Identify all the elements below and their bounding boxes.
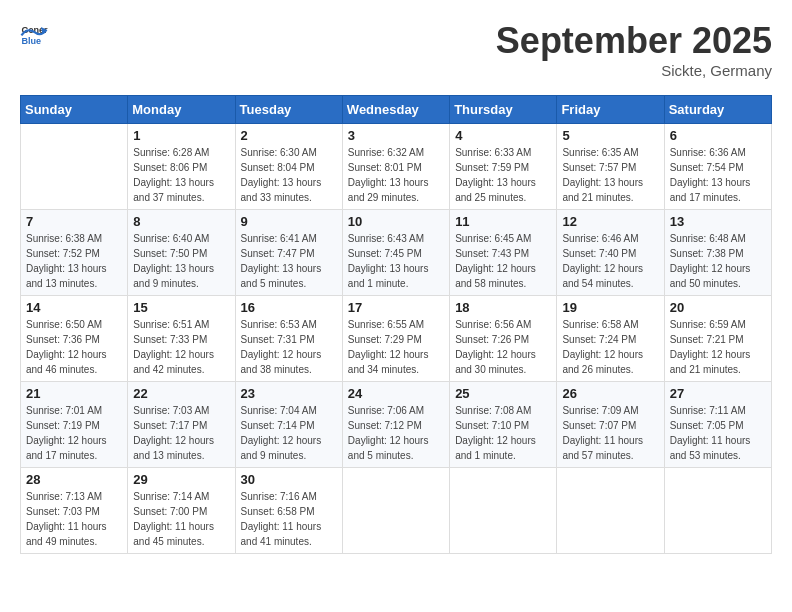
calendar-cell: 17Sunrise: 6:55 AMSunset: 7:29 PMDayligh… [342, 296, 449, 382]
calendar-cell: 24Sunrise: 7:06 AMSunset: 7:12 PMDayligh… [342, 382, 449, 468]
day-info: Sunrise: 6:45 AMSunset: 7:43 PMDaylight:… [455, 231, 551, 291]
day-info: Sunrise: 6:38 AMSunset: 7:52 PMDaylight:… [26, 231, 122, 291]
day-info: Sunrise: 6:30 AMSunset: 8:04 PMDaylight:… [241, 145, 337, 205]
day-info: Sunrise: 6:43 AMSunset: 7:45 PMDaylight:… [348, 231, 444, 291]
day-number: 12 [562, 214, 658, 229]
day-info: Sunrise: 6:56 AMSunset: 7:26 PMDaylight:… [455, 317, 551, 377]
day-number: 6 [670, 128, 766, 143]
day-info: Sunrise: 6:55 AMSunset: 7:29 PMDaylight:… [348, 317, 444, 377]
weekday-header-saturday: Saturday [664, 96, 771, 124]
day-number: 19 [562, 300, 658, 315]
calendar-cell: 9Sunrise: 6:41 AMSunset: 7:47 PMDaylight… [235, 210, 342, 296]
calendar-cell: 12Sunrise: 6:46 AMSunset: 7:40 PMDayligh… [557, 210, 664, 296]
day-info: Sunrise: 7:16 AMSunset: 6:58 PMDaylight:… [241, 489, 337, 549]
day-info: Sunrise: 6:35 AMSunset: 7:57 PMDaylight:… [562, 145, 658, 205]
calendar-cell: 19Sunrise: 6:58 AMSunset: 7:24 PMDayligh… [557, 296, 664, 382]
calendar-cell [342, 468, 449, 554]
weekday-header-sunday: Sunday [21, 96, 128, 124]
calendar-cell [21, 124, 128, 210]
calendar-table: SundayMondayTuesdayWednesdayThursdayFrid… [20, 95, 772, 554]
day-number: 9 [241, 214, 337, 229]
day-info: Sunrise: 6:53 AMSunset: 7:31 PMDaylight:… [241, 317, 337, 377]
svg-text:Blue: Blue [21, 36, 41, 46]
day-info: Sunrise: 6:40 AMSunset: 7:50 PMDaylight:… [133, 231, 229, 291]
weekday-header-row: SundayMondayTuesdayWednesdayThursdayFrid… [21, 96, 772, 124]
day-number: 27 [670, 386, 766, 401]
calendar-cell: 10Sunrise: 6:43 AMSunset: 7:45 PMDayligh… [342, 210, 449, 296]
week-row-1: 1Sunrise: 6:28 AMSunset: 8:06 PMDaylight… [21, 124, 772, 210]
calendar-cell: 30Sunrise: 7:16 AMSunset: 6:58 PMDayligh… [235, 468, 342, 554]
weekday-header-monday: Monday [128, 96, 235, 124]
calendar-cell: 27Sunrise: 7:11 AMSunset: 7:05 PMDayligh… [664, 382, 771, 468]
calendar-cell: 22Sunrise: 7:03 AMSunset: 7:17 PMDayligh… [128, 382, 235, 468]
day-number: 15 [133, 300, 229, 315]
calendar-cell: 3Sunrise: 6:32 AMSunset: 8:01 PMDaylight… [342, 124, 449, 210]
calendar-cell: 18Sunrise: 6:56 AMSunset: 7:26 PMDayligh… [450, 296, 557, 382]
week-row-3: 14Sunrise: 6:50 AMSunset: 7:36 PMDayligh… [21, 296, 772, 382]
week-row-4: 21Sunrise: 7:01 AMSunset: 7:19 PMDayligh… [21, 382, 772, 468]
calendar-cell [664, 468, 771, 554]
week-row-2: 7Sunrise: 6:38 AMSunset: 7:52 PMDaylight… [21, 210, 772, 296]
calendar-cell: 23Sunrise: 7:04 AMSunset: 7:14 PMDayligh… [235, 382, 342, 468]
day-number: 8 [133, 214, 229, 229]
weekday-header-thursday: Thursday [450, 96, 557, 124]
day-number: 13 [670, 214, 766, 229]
logo: General Blue [20, 20, 48, 48]
day-info: Sunrise: 6:28 AMSunset: 8:06 PMDaylight:… [133, 145, 229, 205]
day-number: 17 [348, 300, 444, 315]
day-number: 20 [670, 300, 766, 315]
day-info: Sunrise: 6:33 AMSunset: 7:59 PMDaylight:… [455, 145, 551, 205]
calendar-cell: 20Sunrise: 6:59 AMSunset: 7:21 PMDayligh… [664, 296, 771, 382]
day-info: Sunrise: 6:46 AMSunset: 7:40 PMDaylight:… [562, 231, 658, 291]
calendar-cell: 16Sunrise: 6:53 AMSunset: 7:31 PMDayligh… [235, 296, 342, 382]
calendar-cell: 4Sunrise: 6:33 AMSunset: 7:59 PMDaylight… [450, 124, 557, 210]
calendar-cell: 29Sunrise: 7:14 AMSunset: 7:00 PMDayligh… [128, 468, 235, 554]
day-info: Sunrise: 7:09 AMSunset: 7:07 PMDaylight:… [562, 403, 658, 463]
day-number: 5 [562, 128, 658, 143]
day-info: Sunrise: 6:48 AMSunset: 7:38 PMDaylight:… [670, 231, 766, 291]
day-number: 2 [241, 128, 337, 143]
calendar-cell: 7Sunrise: 6:38 AMSunset: 7:52 PMDaylight… [21, 210, 128, 296]
title-block: September 2025 Sickte, Germany [496, 20, 772, 79]
day-number: 18 [455, 300, 551, 315]
calendar-cell: 1Sunrise: 6:28 AMSunset: 8:06 PMDaylight… [128, 124, 235, 210]
calendar-cell [557, 468, 664, 554]
day-info: Sunrise: 6:51 AMSunset: 7:33 PMDaylight:… [133, 317, 229, 377]
day-info: Sunrise: 6:32 AMSunset: 8:01 PMDaylight:… [348, 145, 444, 205]
calendar-cell: 21Sunrise: 7:01 AMSunset: 7:19 PMDayligh… [21, 382, 128, 468]
week-row-5: 28Sunrise: 7:13 AMSunset: 7:03 PMDayligh… [21, 468, 772, 554]
day-number: 24 [348, 386, 444, 401]
day-number: 21 [26, 386, 122, 401]
day-number: 30 [241, 472, 337, 487]
day-number: 28 [26, 472, 122, 487]
day-number: 29 [133, 472, 229, 487]
day-info: Sunrise: 6:36 AMSunset: 7:54 PMDaylight:… [670, 145, 766, 205]
day-info: Sunrise: 6:50 AMSunset: 7:36 PMDaylight:… [26, 317, 122, 377]
weekday-header-tuesday: Tuesday [235, 96, 342, 124]
calendar-cell: 28Sunrise: 7:13 AMSunset: 7:03 PMDayligh… [21, 468, 128, 554]
weekday-header-wednesday: Wednesday [342, 96, 449, 124]
day-number: 7 [26, 214, 122, 229]
location: Sickte, Germany [496, 62, 772, 79]
calendar-cell: 5Sunrise: 6:35 AMSunset: 7:57 PMDaylight… [557, 124, 664, 210]
calendar-cell: 8Sunrise: 6:40 AMSunset: 7:50 PMDaylight… [128, 210, 235, 296]
day-info: Sunrise: 6:41 AMSunset: 7:47 PMDaylight:… [241, 231, 337, 291]
day-info: Sunrise: 7:14 AMSunset: 7:00 PMDaylight:… [133, 489, 229, 549]
day-info: Sunrise: 7:11 AMSunset: 7:05 PMDaylight:… [670, 403, 766, 463]
calendar-cell: 15Sunrise: 6:51 AMSunset: 7:33 PMDayligh… [128, 296, 235, 382]
day-number: 11 [455, 214, 551, 229]
day-number: 22 [133, 386, 229, 401]
day-number: 3 [348, 128, 444, 143]
day-number: 1 [133, 128, 229, 143]
day-info: Sunrise: 6:58 AMSunset: 7:24 PMDaylight:… [562, 317, 658, 377]
day-number: 23 [241, 386, 337, 401]
weekday-header-friday: Friday [557, 96, 664, 124]
day-number: 4 [455, 128, 551, 143]
day-number: 10 [348, 214, 444, 229]
month-title: September 2025 [496, 20, 772, 62]
day-number: 25 [455, 386, 551, 401]
page-header: General Blue September 2025 Sickte, Germ… [20, 20, 772, 79]
calendar-cell: 14Sunrise: 6:50 AMSunset: 7:36 PMDayligh… [21, 296, 128, 382]
day-info: Sunrise: 7:01 AMSunset: 7:19 PMDaylight:… [26, 403, 122, 463]
calendar-cell: 13Sunrise: 6:48 AMSunset: 7:38 PMDayligh… [664, 210, 771, 296]
